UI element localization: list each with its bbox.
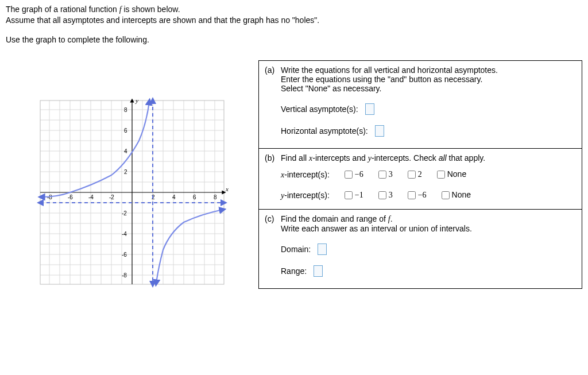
svg-text:8: 8 — [214, 194, 217, 200]
svg-text:2: 2 — [124, 169, 127, 175]
domain-label: Domain: — [281, 245, 311, 254]
pb-ta: Find all — [281, 153, 309, 163]
svg-text:-6: -6 — [122, 252, 127, 258]
intro-line-3: Use the graph to complete the following. — [6, 35, 582, 44]
pb-tc: -intercepts. Check — [372, 153, 439, 163]
svg-text:-2: -2 — [109, 194, 114, 200]
pb-all: all — [439, 153, 447, 163]
intro-1b: is shown below. — [122, 5, 180, 14]
pb-td: that apply. — [447, 153, 485, 163]
y-opt-0[interactable]: −1 — [342, 190, 363, 201]
intro-1a: The graph of a rational function — [6, 5, 119, 14]
pc-t2: Write each answer as an interval or unio… — [281, 224, 472, 233]
x-opt-1[interactable]: 3 — [376, 169, 393, 180]
x-opt-2[interactable]: 2 — [405, 169, 422, 180]
svg-text:8: 8 — [124, 107, 127, 113]
part-a-letter: (a) — [265, 65, 281, 93]
part-c-letter: (c) — [265, 214, 281, 233]
pa-t3: Select "None" as necessary. — [281, 84, 381, 93]
svg-text:6: 6 — [124, 127, 127, 134]
intro-line-2: Assume that all asymptotes and intercept… — [6, 16, 582, 25]
horizontal-asymptote-label: Horizontal asymptote(s): — [281, 126, 368, 136]
domain-input[interactable] — [318, 243, 327, 255]
svg-text:x: x — [225, 185, 229, 192]
svg-text:-8: -8 — [122, 272, 127, 279]
y-intercept-row: y-intercept(s): −1 3 −6 None — [281, 190, 576, 201]
svg-text:-4: -4 — [88, 194, 94, 200]
y-intercept-label: y-intercept(s): — [281, 191, 330, 200]
part-c: (c) Find the domain and range of f. Writ… — [259, 210, 582, 288]
pa-t2: Enter the equations using the "and" butt… — [281, 75, 482, 84]
intro-line-1: The graph of a rational function f is sh… — [6, 5, 582, 14]
vertical-asymptote-label: Vertical asymptote(s): — [281, 105, 358, 114]
part-b: (b) Find all x-intercepts and y-intercep… — [259, 149, 582, 210]
svg-text:-2: -2 — [122, 210, 127, 217]
range-input[interactable] — [314, 265, 323, 277]
part-a: (a) Write the equations for all vertical… — [259, 61, 582, 149]
svg-text:y: y — [135, 97, 138, 104]
svg-text:6: 6 — [193, 194, 196, 200]
y-opt-2[interactable]: −6 — [405, 190, 427, 201]
svg-text:-6: -6 — [68, 194, 73, 200]
part-b-letter: (b) — [265, 153, 281, 163]
vertical-asymptote-input[interactable] — [365, 103, 374, 115]
x-intercept-label: x-intercept(s): — [281, 170, 330, 180]
horizontal-asymptote-input[interactable] — [375, 125, 384, 137]
pc-ta: Find the domain and range of — [281, 214, 388, 223]
pa-t1: Write the equations for all vertical and… — [281, 65, 498, 75]
x-opt-0[interactable]: −6 — [342, 169, 363, 180]
svg-text:-4: -4 — [122, 231, 127, 237]
pb-tb: -intercepts and — [312, 153, 368, 163]
part-a-text: Write the equations for all vertical and… — [281, 65, 576, 93]
x-intercept-row: x-intercept(s): −6 3 2 None — [281, 169, 576, 180]
rational-function-graph: x y -8-6-4-2 2468 8642 -2-4-6-8 — [34, 95, 230, 290]
part-b-text: Find all x-intercepts and y-intercepts. … — [281, 153, 576, 163]
svg-text:4: 4 — [172, 194, 176, 200]
x-opt-3[interactable]: None — [435, 169, 466, 180]
part-c-text: Find the domain and range of f. Write ea… — [281, 214, 576, 233]
y-opt-1[interactable]: 3 — [376, 190, 393, 201]
y-opt-3[interactable]: None — [439, 190, 471, 201]
svg-text:4: 4 — [124, 148, 127, 154]
pc-tb: . — [390, 214, 393, 223]
range-label: Range: — [281, 266, 307, 276]
